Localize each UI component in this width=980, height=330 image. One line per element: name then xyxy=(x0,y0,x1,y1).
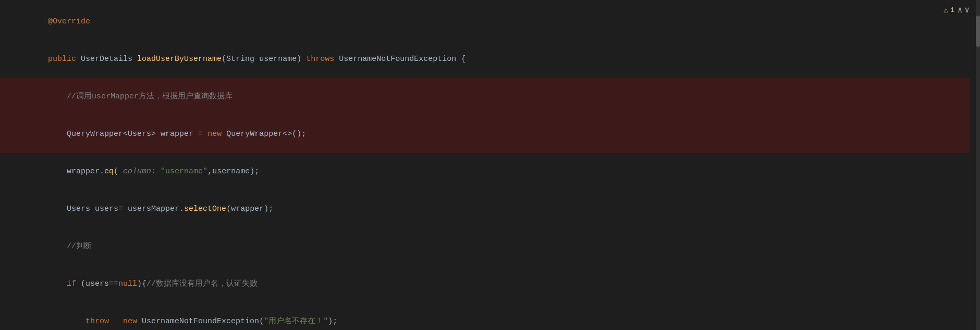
code-line: //判断 xyxy=(0,228,970,265)
throw-keyword: throw xyxy=(85,317,109,326)
warning-badge: ⚠ 1 xyxy=(944,5,954,17)
nav-arrows[interactable]: ∧ ∨ xyxy=(958,4,970,18)
scrollbar-track[interactable] xyxy=(976,0,980,330)
code-line: public UserDetails loadUserByUsername(St… xyxy=(0,41,970,78)
code-line: throw new UsernameNotFoundException("用户名… xyxy=(0,303,970,330)
annotation: @Override xyxy=(48,17,90,26)
nav-down-arrow[interactable]: ∨ xyxy=(964,4,970,18)
code-line-error: //调用userMapper方法，根据用户查询数据库 xyxy=(0,78,970,116)
warning-icon: ⚠ xyxy=(944,5,948,17)
warning-count: 1 xyxy=(950,5,954,16)
code-line: @Override xyxy=(0,3,970,41)
nav-up-arrow[interactable]: ∧ xyxy=(958,4,963,18)
code-line: if (users==null){//数据库没有用户名，认证失败 xyxy=(0,265,970,303)
code-line: Users users= usersMapper.selectOne(wrapp… xyxy=(0,191,970,228)
code-line: wrapper.eq( column: "username",username)… xyxy=(0,153,970,191)
code-editor: ⚠ 1 ∧ ∨ @Override public UserDetails loa… xyxy=(0,0,980,330)
scrollbar-thumb[interactable] xyxy=(976,16,980,47)
code-line-error: QueryWrapper<Users> wrapper = new QueryW… xyxy=(0,116,970,153)
top-bar: ⚠ 1 ∧ ∨ xyxy=(944,4,970,18)
code-content: @Override public UserDetails loadUserByU… xyxy=(0,0,980,330)
